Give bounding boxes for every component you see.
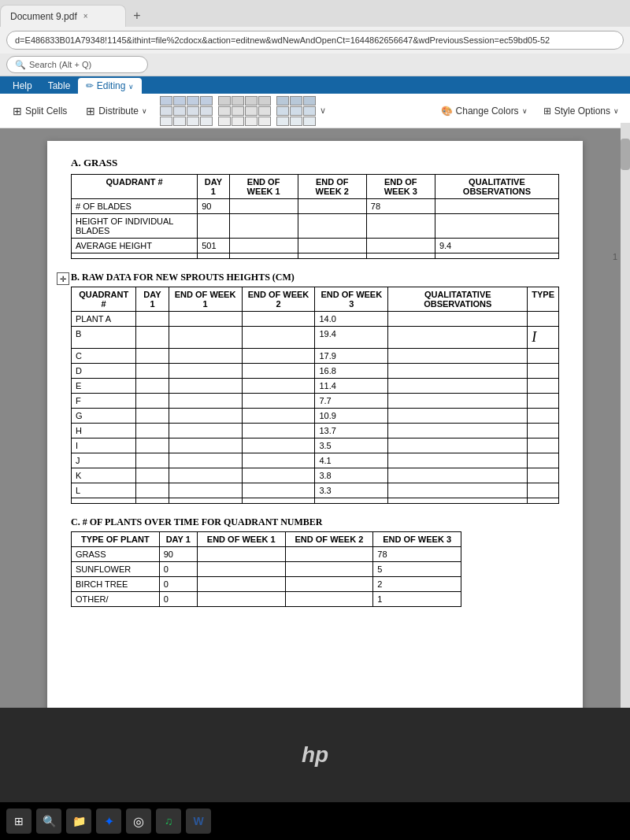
table-row: H13.7 (72, 424, 559, 439)
cell: 9.4 (435, 239, 558, 253)
page-number: 1 (613, 252, 617, 261)
col-header-week3: END OF WEEK 3 (366, 175, 435, 199)
col-header-obs: QUALITATIVE OBSERVATIONS (435, 175, 558, 199)
taskbar-files[interactable]: 📁 (66, 809, 91, 834)
taskbar-dropbox[interactable]: ✦ (96, 809, 121, 834)
cell (298, 253, 366, 259)
col-header: END OF WEEK 1 (169, 287, 242, 312)
table-row: G10.9 (72, 409, 559, 424)
table-row: C17.9 (72, 349, 559, 364)
table-style-chevron[interactable]: ∨ (320, 105, 326, 116)
col-header: END OF WEEK 3 (373, 532, 461, 547)
cell (229, 253, 298, 259)
table-row: J4.1 (72, 453, 559, 468)
col-header: TYPE OF PLANT (72, 532, 160, 547)
split-cells-button[interactable]: ⊞ Split Cells (6, 102, 73, 120)
cell (298, 199, 366, 214)
table-row (72, 253, 559, 259)
tab-table[interactable]: Table (40, 78, 79, 94)
distribute-button[interactable]: ⊞ Distribute ∨ (80, 102, 154, 120)
taskbar: ⊞ 🔍 📁 ✦ ◎ ♫ W (0, 802, 630, 840)
col-header-day1: DAY 1 (198, 175, 229, 199)
split-cells-icon: ⊞ (13, 105, 22, 117)
taskbar-chrome[interactable]: ◎ (126, 809, 151, 834)
cell: 501 (198, 239, 229, 253)
cell (198, 214, 229, 239)
table-row: HEIGHT OF INDIVIDUAL BLADES (72, 214, 559, 239)
section-c-label: C. # OF PLANTS OVER TIME FOR QUADRANT NU… (71, 516, 559, 528)
table-row: B19.4I (72, 327, 559, 349)
cell (435, 214, 558, 239)
browser-tabs: Document 9.pdf × + (0, 0, 630, 27)
section-b: B. RAW DATA FOR NEW SPROUTS HEIGHTS (CM)… (71, 272, 559, 504)
table-row: # OF BLADES 90 78 (72, 199, 559, 214)
ribbon-tabs: Help Table ✏ Editing ∨ (0, 76, 630, 94)
scrollbar[interactable] (621, 123, 630, 708)
search-bar-row: 🔍 Search (Alt + Q) (0, 54, 630, 76)
table-row: BIRCH TREE02 (72, 577, 461, 592)
search-input[interactable]: 🔍 Search (Alt + Q) (6, 56, 148, 73)
cell (366, 253, 435, 259)
cell (435, 253, 558, 259)
cell (298, 239, 366, 253)
col-header-quadrant: QUADRANT # (72, 175, 198, 199)
cell: 78 (366, 199, 435, 214)
change-colors-chevron: ∨ (522, 107, 528, 115)
cell (298, 214, 366, 239)
taskbar-search[interactable]: 🔍 (36, 809, 61, 834)
tab-help[interactable]: Help (5, 78, 40, 94)
new-tab-button[interactable]: + (126, 5, 148, 27)
change-colors-button[interactable]: 🎨 Change Colors ∨ (436, 103, 532, 119)
cell (435, 199, 558, 214)
table-row: QUADRANT # DAY 1 END OF WEEK 1 END OF WE… (72, 175, 559, 199)
table-row: PLANT A14.0 (72, 312, 559, 327)
col-header: END OF WEEK 2 (242, 287, 315, 312)
table-row: AVERAGE HEIGHT 501 9.4 (72, 239, 559, 253)
table-row: GRASS9078 (72, 547, 461, 562)
editing-icon: ✏ (86, 80, 94, 91)
table-row: D16.8 (72, 364, 559, 379)
taskbar-word[interactable]: W (186, 809, 211, 834)
search-placeholder: Search (Alt + Q) (29, 60, 91, 69)
taskbar-music[interactable]: ♫ (156, 809, 181, 834)
search-icon: 🔍 (15, 60, 26, 70)
col-header: DAY 1 (136, 287, 169, 312)
editing-chevron: ∨ (128, 83, 134, 91)
section-a-table: QUADRANT # DAY 1 END OF WEEK 1 END OF WE… (71, 174, 559, 259)
section-a-label: A. GRASS (71, 157, 559, 169)
cell (366, 214, 435, 239)
url-text: d=E486833B01A79348!1145&ithint=file%2cdo… (15, 35, 550, 45)
style-options-icon: ⊞ (543, 105, 551, 117)
table-row: K3.8 (72, 468, 559, 483)
section-c: C. # OF PLANTS OVER TIME FOR QUADRANT NU… (71, 516, 559, 607)
address-bar[interactable]: d=E486833B01A79348!1145&ithint=file%2cdo… (6, 31, 624, 50)
cell: 90 (198, 199, 229, 214)
table-move-handle[interactable]: ✛ (57, 272, 69, 285)
active-tab[interactable]: Document 9.pdf × (0, 5, 126, 27)
cell: AVERAGE HEIGHT (72, 239, 198, 253)
distribute-chevron: ∨ (142, 107, 147, 115)
table-row: TYPE OF PLANT DAY 1 END OF WEEK 1 END OF… (72, 532, 461, 547)
tab-close-icon[interactable]: × (83, 12, 88, 20)
col-header: TYPE (528, 287, 559, 312)
section-c-table: TYPE OF PLANT DAY 1 END OF WEEK 1 END OF… (71, 531, 461, 607)
col-header: DAY 1 (159, 532, 197, 547)
cell: # OF BLADES (72, 199, 198, 214)
distribute-icon: ⊞ (86, 105, 95, 117)
cell (229, 199, 298, 214)
scrollbar-thumb[interactable] (621, 139, 630, 170)
cell (198, 253, 229, 259)
page: A. GRASS QUADRANT # DAY 1 END OF WEEK 1 … (47, 141, 583, 708)
table-row: E11.4 (72, 379, 559, 394)
ribbon: Help Table ✏ Editing ∨ ⊞ Split Cells ⊞ D… (0, 76, 630, 128)
tab-label: Document 9.pdf (10, 11, 77, 22)
style-options-button[interactable]: ⊞ Style Options ∨ (539, 103, 624, 119)
cell (72, 253, 198, 259)
section-b-label: B. RAW DATA FOR NEW SPROUTS HEIGHTS (CM) (71, 272, 559, 283)
table-row: SUNFLOWER05 (72, 562, 461, 577)
col-header: END OF WEEK 1 (197, 532, 285, 547)
table-style-icons[interactable]: ∨ (160, 96, 326, 126)
tab-editing[interactable]: ✏ Editing ∨ (78, 78, 141, 94)
table-row: QUADRANT # DAY 1 END OF WEEK 1 END OF WE… (72, 287, 559, 312)
start-button[interactable]: ⊞ (6, 809, 32, 834)
